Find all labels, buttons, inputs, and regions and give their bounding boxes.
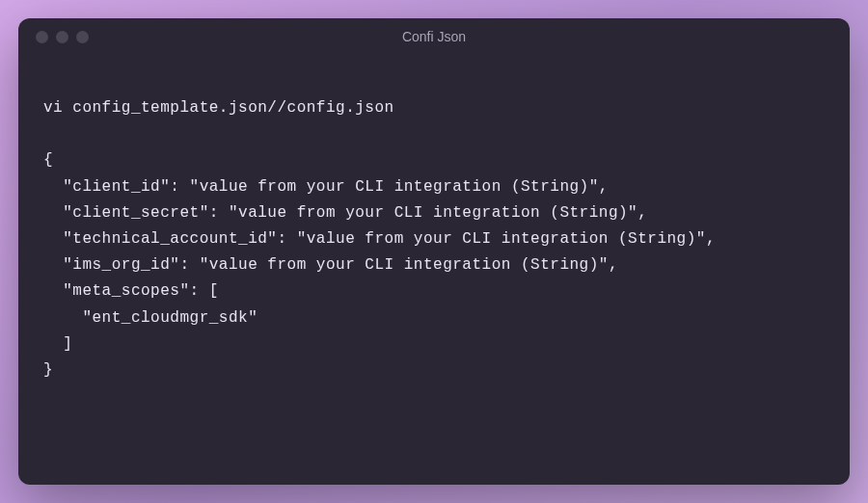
close-icon[interactable]	[36, 31, 48, 43]
traffic-lights	[36, 31, 89, 43]
minimize-icon[interactable]	[56, 31, 68, 43]
titlebar: Confi Json	[18, 18, 850, 55]
terminal-content[interactable]: vi config_template.json//config.json { "…	[18, 55, 850, 485]
maximize-icon[interactable]	[76, 31, 89, 43]
window-title: Confi Json	[18, 29, 850, 44]
terminal-window: Confi Json vi config_template.json//conf…	[18, 18, 850, 485]
